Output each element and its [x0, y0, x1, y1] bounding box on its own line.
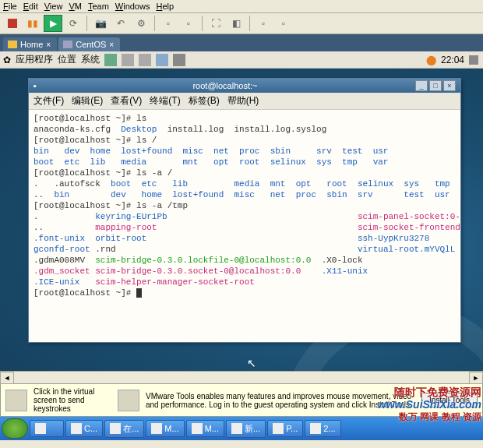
app-icon — [151, 423, 162, 434]
term-menu-tabs[interactable]: 标签(B) — [189, 94, 220, 108]
panel-icon[interactable]: ✿ — [3, 55, 11, 65]
quicklaunch-button[interactable] — [30, 420, 64, 437]
toolbar-button-b[interactable]: ▫ — [179, 15, 198, 32]
volume-icon[interactable] — [469, 55, 478, 65]
horizontal-scrollbar[interactable] — [0, 371, 483, 383]
power-off-button[interactable] — [3, 15, 22, 32]
vm-tabbar: Home× CentOS× — [0, 34, 483, 51]
term-menu-help[interactable]: 帮助(H) — [227, 94, 259, 108]
app-icon — [35, 423, 46, 434]
close-button[interactable]: × — [443, 80, 456, 91]
reset-button[interactable]: ⟳ — [64, 15, 83, 32]
term-menu-edit[interactable]: 编辑(E) — [72, 94, 103, 108]
app-icon — [192, 423, 203, 434]
windows-taskbar: C... 在... M... M... 新... P... 2... — [0, 417, 483, 440]
system-menu[interactable]: 系统 — [81, 53, 100, 66]
toolbar-button-a[interactable]: ▫ — [159, 15, 178, 32]
term-menu-terminal[interactable]: 终端(T) — [150, 94, 180, 108]
menu-windows[interactable]: Windows — [115, 2, 150, 11]
menu-vm[interactable]: VM — [69, 2, 82, 11]
gnome-top-panel: ✿ 应用程序 位置 系统 ⬤ 22:04 — [0, 51, 483, 69]
terminal-titlebar[interactable]: ▪ root@localhost:~ _ □ × — [29, 79, 460, 93]
suspend-button[interactable]: ▮▮ — [23, 15, 42, 32]
terminal-menubar: 文件(F) 编辑(E) 查看(V) 终端(T) 标签(B) 帮助(H) — [29, 93, 460, 110]
fullscreen-button[interactable]: ⛶ — [206, 15, 225, 32]
separator — [86, 16, 87, 31]
menu-help[interactable]: Help — [156, 2, 174, 11]
taskbar-item[interactable]: 2... — [305, 420, 340, 437]
maximize-button[interactable]: □ — [429, 80, 442, 91]
host-menubar: File Edit View VM Team Windows Help — [0, 0, 483, 13]
power-on-button[interactable]: ▶ — [44, 15, 62, 32]
menu-file[interactable]: File — [3, 2, 17, 11]
revert-button[interactable]: ↶ — [111, 15, 130, 32]
places-menu[interactable]: 位置 — [58, 53, 76, 66]
terminal-window: ▪ root@localhost:~ _ □ × 文件(F) 编辑(E) 查看(… — [28, 78, 461, 343]
install-tools-button[interactable]: Install Tools — [421, 393, 478, 407]
toolbar-button-d[interactable]: ▫ — [274, 15, 293, 32]
launcher-icon[interactable] — [139, 54, 151, 66]
vmware-hint-bar: Click in the virtual screen to send keys… — [0, 383, 483, 417]
applications-menu[interactable]: 应用程序 — [16, 53, 53, 66]
launcher-icon[interactable] — [104, 54, 117, 66]
taskbar-item[interactable]: C... — [65, 420, 103, 437]
menu-view[interactable]: View — [44, 2, 63, 11]
launcher-icon[interactable] — [156, 54, 168, 66]
home-icon — [8, 41, 17, 48]
snapshot-button[interactable]: 📷 — [91, 15, 110, 32]
launcher-icon[interactable] — [122, 54, 134, 66]
taskbar-item[interactable]: 在... — [104, 420, 144, 438]
hint-text-grab: Click in the virtual screen to send keys… — [33, 387, 111, 413]
vm-icon — [63, 41, 72, 48]
separator — [249, 16, 250, 31]
close-icon[interactable]: × — [46, 41, 51, 49]
terminal-output[interactable]: [root@localhost ~]# lsanaconda-ks.cfg De… — [29, 110, 460, 342]
app-icon — [71, 423, 82, 434]
manage-button[interactable]: ⚙ — [132, 15, 150, 32]
taskbar-item[interactable]: M... — [146, 420, 184, 437]
menu-edit[interactable]: Edit — [23, 2, 38, 11]
hint-text-tools: VMware Tools enables many features and i… — [146, 392, 415, 409]
tab-home[interactable]: Home× — [3, 37, 57, 51]
taskbar-item[interactable]: 新... — [226, 420, 266, 438]
taskbar-item[interactable]: P... — [267, 420, 303, 437]
app-icon — [110, 423, 121, 434]
app-icon — [231, 423, 242, 434]
launcher-icon[interactable] — [173, 54, 185, 66]
app-icon — [310, 423, 321, 434]
term-menu-file[interactable]: 文件(F) — [33, 94, 64, 108]
minimize-button[interactable]: _ — [415, 80, 428, 91]
toolbar-button-c[interactable]: ▫ — [254, 15, 273, 32]
mouse-cursor: ↖ — [247, 357, 256, 369]
start-button[interactable] — [2, 418, 28, 439]
host-toolbar: ▮▮ ▶ ⟳ 📷 ↶ ⚙ ▫ ▫ ⛶ ◧ ▫ ▫ — [0, 13, 483, 34]
separator — [202, 16, 203, 31]
term-menu-view[interactable]: 查看(V) — [111, 94, 142, 108]
tab-centos[interactable]: CentOS× — [58, 37, 120, 51]
disc-icon — [118, 390, 139, 411]
close-icon[interactable]: × — [109, 41, 114, 49]
guest-desktop[interactable]: ▪ root@localhost:~ _ □ × 文件(F) 编辑(E) 查看(… — [0, 69, 483, 371]
unity-button[interactable]: ◧ — [227, 15, 245, 32]
separator — [154, 16, 155, 31]
app-icon — [273, 423, 284, 434]
window-title: root@localhost:~ — [37, 81, 414, 90]
taskbar-item[interactable]: M... — [186, 420, 224, 437]
clock[interactable]: 22:04 — [441, 55, 464, 65]
menu-team[interactable]: Team — [88, 2, 109, 11]
keyboard-icon — [5, 390, 27, 411]
update-icon[interactable]: ⬤ — [426, 55, 436, 65]
